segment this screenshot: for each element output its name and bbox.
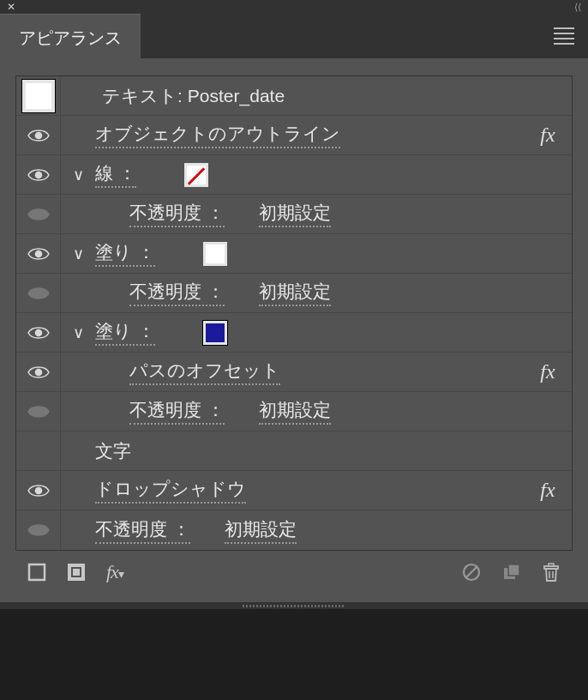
fill-swatch-blue[interactable] bbox=[203, 321, 227, 345]
row-fill-2[interactable]: ∨ 塗り ： bbox=[16, 313, 572, 353]
titlebar: ✕ ⟨⟨ bbox=[0, 0, 588, 14]
object-title-prefix: テキスト: bbox=[102, 84, 183, 108]
row-fill2-opacity[interactable]: 不透明度 ： 初期設定 bbox=[16, 392, 572, 431]
visibility-icon-dim[interactable] bbox=[27, 207, 50, 222]
fill-label: 塗り ： bbox=[95, 240, 155, 267]
panel-menu-icon[interactable] bbox=[554, 14, 574, 58]
tab-row: アピアランス bbox=[0, 14, 588, 58]
row-object-header[interactable]: テキスト: Poster_date bbox=[16, 76, 572, 116]
visibility-icon[interactable] bbox=[27, 325, 50, 341]
chevron-down-icon[interactable]: ∨ bbox=[73, 166, 84, 184]
outline-object-label: オブジェクトのアウトライン bbox=[95, 122, 340, 148]
opacity-label: 不透明度 ： bbox=[129, 280, 225, 306]
fx-badge[interactable]: fx bbox=[524, 360, 572, 383]
object-title-name: Poster_date bbox=[188, 86, 285, 106]
svg-point-4 bbox=[34, 289, 42, 297]
opacity-value: 初期設定 bbox=[259, 201, 331, 227]
row-stroke[interactable]: ∨ 線 ： bbox=[16, 155, 572, 195]
svg-point-1 bbox=[34, 171, 42, 178]
visibility-icon[interactable] bbox=[27, 365, 50, 380]
row-fill-1[interactable]: ∨ 塗り ： bbox=[16, 234, 572, 274]
chevron-down-icon[interactable]: ∨ bbox=[73, 323, 84, 342]
svg-point-6 bbox=[34, 368, 42, 376]
svg-rect-21 bbox=[549, 564, 554, 566]
svg-point-5 bbox=[34, 329, 42, 336]
object-thumbnail bbox=[22, 80, 55, 112]
row-drop-shadow[interactable]: ドロップシャドウ fx bbox=[16, 471, 572, 510]
svg-rect-13 bbox=[73, 569, 80, 576]
new-fill-icon[interactable] bbox=[67, 563, 86, 582]
fx-badge[interactable]: fx bbox=[524, 479, 572, 502]
collapse-icon[interactable]: ⟨⟨ bbox=[574, 2, 581, 13]
visibility-icon-dim[interactable] bbox=[27, 286, 50, 301]
panel-body: テキスト: Poster_date オブジェクトのアウトライン fx bbox=[0, 58, 588, 602]
appearance-list: テキスト: Poster_date オブジェクトのアウトライン fx bbox=[15, 75, 573, 551]
characters-label: 文字 bbox=[95, 439, 131, 463]
row-outline-object[interactable]: オブジェクトのアウトライン fx bbox=[16, 116, 572, 155]
svg-line-15 bbox=[466, 567, 477, 577]
path-offset-label: パスのオフセット bbox=[129, 359, 280, 385]
svg-point-8 bbox=[34, 486, 42, 494]
visibility-icon[interactable] bbox=[27, 246, 50, 262]
stroke-swatch-none[interactable] bbox=[184, 163, 208, 187]
chevron-down-icon[interactable]: ∨ bbox=[73, 244, 84, 263]
appearance-panel-window: ✕ ⟨⟨ アピアランス テキスト: Poster_date bbox=[0, 0, 588, 700]
visibility-icon-dim[interactable] bbox=[27, 404, 50, 419]
visibility-icon[interactable] bbox=[27, 128, 50, 143]
svg-point-9 bbox=[34, 527, 42, 534]
delete-item-icon[interactable] bbox=[542, 562, 561, 582]
row-path-offset[interactable]: パスのオフセット fx bbox=[16, 353, 572, 392]
opacity-value: 初期設定 bbox=[225, 517, 297, 544]
svg-rect-10 bbox=[29, 564, 45, 580]
svg-point-0 bbox=[34, 131, 42, 139]
opacity-value: 初期設定 bbox=[259, 398, 331, 425]
row-stroke-opacity[interactable]: 不透明度 ： 初期設定 bbox=[16, 195, 572, 234]
visibility-icon-dim[interactable] bbox=[27, 522, 50, 538]
fill-label: 塗り ： bbox=[95, 319, 155, 346]
resize-grip[interactable] bbox=[0, 602, 588, 609]
svg-point-7 bbox=[34, 407, 42, 415]
fill-swatch-white[interactable] bbox=[203, 242, 227, 266]
visibility-icon[interactable] bbox=[27, 167, 50, 183]
new-stroke-icon[interactable] bbox=[27, 563, 46, 582]
opacity-label: 不透明度 ： bbox=[129, 201, 225, 227]
row-overall-opacity[interactable]: 不透明度 ： 初期設定 bbox=[16, 510, 572, 550]
svg-point-2 bbox=[34, 210, 42, 218]
stroke-label: 線 ： bbox=[95, 161, 136, 188]
svg-point-3 bbox=[34, 250, 42, 257]
row-characters[interactable]: 文字 bbox=[16, 431, 572, 471]
svg-rect-17 bbox=[508, 564, 519, 576]
duplicate-item-icon[interactable] bbox=[502, 563, 521, 582]
visibility-icon[interactable] bbox=[27, 483, 50, 498]
add-effect-button[interactable]: fx▾ bbox=[106, 561, 123, 583]
opacity-value: 初期設定 bbox=[259, 280, 331, 306]
close-icon[interactable]: ✕ bbox=[7, 1, 15, 13]
row-fill1-opacity[interactable]: 不透明度 ： 初期設定 bbox=[16, 274, 572, 313]
drop-shadow-label: ドロップシャドウ bbox=[95, 477, 246, 504]
tab-appearance[interactable]: アピアランス bbox=[0, 14, 141, 58]
clear-appearance-icon[interactable] bbox=[461, 562, 482, 582]
fx-badge[interactable]: fx bbox=[524, 124, 572, 147]
opacity-label: 不透明度 ： bbox=[129, 398, 225, 425]
panel-footer: fx▾ bbox=[15, 551, 573, 594]
opacity-label: 不透明度 ： bbox=[95, 517, 190, 544]
